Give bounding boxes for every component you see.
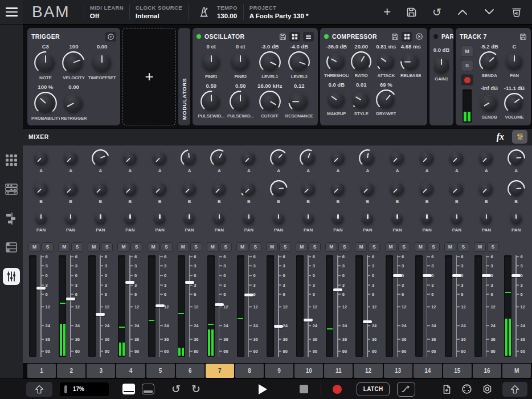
send-a-knob[interactable] xyxy=(32,149,51,168)
solo-button[interactable]: S xyxy=(161,242,173,252)
shift-right-button[interactable] xyxy=(502,382,527,397)
send-a-knob[interactable] xyxy=(62,149,80,168)
fx-view-icon[interactable]: fx xyxy=(497,132,504,142)
fader-handle[interactable] xyxy=(244,294,253,296)
retrigger-knob[interactable] xyxy=(62,91,85,115)
solo-button[interactable]: S xyxy=(279,242,291,252)
makeup-knob[interactable] xyxy=(326,89,347,111)
pan-knob[interactable] xyxy=(63,210,79,227)
send-b-knob[interactable] xyxy=(150,180,169,198)
solo-button[interactable]: S xyxy=(309,242,321,252)
track-select-11[interactable]: 11 xyxy=(324,364,353,378)
menu-list-icon[interactable] xyxy=(303,32,314,42)
send-a-knob[interactable] xyxy=(507,149,526,168)
export-file-icon[interactable] xyxy=(441,384,452,394)
solo-button[interactable]: S xyxy=(71,242,83,252)
send-a-knob[interactable] xyxy=(121,149,140,168)
play-button[interactable] xyxy=(259,384,267,394)
power-led[interactable] xyxy=(324,34,329,39)
project-control[interactable]: PROJECT A Fools Party 130 * xyxy=(249,5,309,19)
pulsewid-knob[interactable] xyxy=(200,90,223,113)
send-a-knob[interactable] xyxy=(418,149,436,168)
preset-save-icon[interactable] xyxy=(391,33,399,40)
grid-view-icon[interactable] xyxy=(402,32,412,42)
pan-knob[interactable] xyxy=(240,210,257,227)
mute-button[interactable]: M xyxy=(88,242,100,252)
add-device-button[interactable]: + xyxy=(122,28,176,125)
track-select-7[interactable]: 7 xyxy=(206,364,234,378)
fader-handle[interactable] xyxy=(215,303,224,306)
mute-button[interactable]: M xyxy=(58,242,70,252)
send-b-knob[interactable] xyxy=(62,180,80,198)
solo-button[interactable]: S xyxy=(190,242,202,252)
send-b-knob[interactable] xyxy=(358,180,377,198)
pan-knob[interactable] xyxy=(181,210,198,227)
ratio-knob[interactable] xyxy=(350,51,372,72)
midi-learn-control[interactable]: MIDI LEARN Off xyxy=(90,5,124,19)
redo-icon[interactable]: ↻ xyxy=(191,384,200,394)
fader-handle[interactable] xyxy=(363,320,372,323)
track-record-button[interactable] xyxy=(461,74,473,85)
send-a-knob[interactable] xyxy=(150,149,169,168)
solo-button[interactable]: S xyxy=(368,242,380,252)
track-select-4[interactable]: 4 xyxy=(116,364,145,378)
fader-handle[interactable] xyxy=(482,274,491,277)
arrangement-view-icon[interactable] xyxy=(3,210,20,227)
gain1-knob[interactable] xyxy=(433,54,449,76)
mute-button[interactable]: M xyxy=(415,242,427,252)
send-b-knob[interactable] xyxy=(91,180,110,198)
send-a-knob[interactable] xyxy=(210,149,228,168)
power-led[interactable] xyxy=(197,34,201,39)
level1-knob[interactable] xyxy=(259,51,281,74)
send-b-knob[interactable] xyxy=(418,180,436,198)
pattern-list-icon[interactable] xyxy=(3,239,20,256)
clock-source-control[interactable]: CLOCK SOURCE Internal xyxy=(136,5,182,19)
grid-view-icon[interactable] xyxy=(289,32,300,42)
undo-icon[interactable]: ↺ xyxy=(171,384,181,394)
automation-button[interactable] xyxy=(397,382,415,397)
fine2-knob[interactable] xyxy=(229,51,252,74)
mute-button[interactable]: M xyxy=(296,242,308,252)
solo-button[interactable]: S xyxy=(249,242,261,252)
close-icon[interactable] xyxy=(415,32,423,40)
mute-button[interactable]: M xyxy=(177,242,189,252)
settings-icon[interactable] xyxy=(482,384,493,394)
send-a-knob[interactable] xyxy=(180,149,199,168)
cutoff-knob[interactable] xyxy=(259,90,281,113)
sendb-knob[interactable] xyxy=(478,92,500,114)
undo-icon[interactable]: ↺ xyxy=(432,7,441,18)
send-a-knob[interactable] xyxy=(269,149,288,168)
fader-handle[interactable] xyxy=(304,319,313,321)
track-solo-button[interactable]: S xyxy=(461,60,473,71)
send-b-knob[interactable] xyxy=(447,180,466,198)
fader-handle[interactable] xyxy=(155,304,165,307)
mute-button[interactable]: M xyxy=(236,242,248,252)
send-a-knob[interactable] xyxy=(239,149,258,168)
track-select-14[interactable]: 14 xyxy=(414,364,442,378)
mute-button[interactable]: M xyxy=(385,242,397,252)
fader-handle[interactable] xyxy=(66,298,75,300)
senda-knob[interactable] xyxy=(478,51,500,72)
mute-button[interactable]: M xyxy=(148,242,159,252)
send-b-knob[interactable] xyxy=(388,180,407,198)
send-b-knob[interactable] xyxy=(507,180,526,198)
dry-wet-knob[interactable] xyxy=(375,89,397,111)
send-a-knob[interactable] xyxy=(477,149,496,168)
track-select-1[interactable]: 1 xyxy=(27,364,56,378)
threshold-knob[interactable] xyxy=(326,51,347,72)
track-select-3[interactable]: 3 xyxy=(87,364,115,378)
mute-button[interactable]: M xyxy=(474,242,486,252)
preset-save-icon[interactable] xyxy=(519,33,527,40)
solo-button[interactable]: S xyxy=(457,242,469,252)
modulators-tab[interactable]: MODULATORS xyxy=(178,28,190,125)
trigger-config-icon[interactable] xyxy=(105,32,116,42)
pan-knob[interactable] xyxy=(300,210,317,227)
send-b-knob[interactable] xyxy=(239,180,258,198)
preset-save-icon[interactable] xyxy=(279,33,287,40)
release-knob[interactable] xyxy=(400,51,421,72)
fader-handle[interactable] xyxy=(274,325,283,328)
track-select-M[interactable]: M xyxy=(502,364,531,378)
note-knob[interactable] xyxy=(34,51,58,75)
send-b-knob[interactable] xyxy=(210,180,228,198)
send-a-knob[interactable] xyxy=(358,149,377,168)
